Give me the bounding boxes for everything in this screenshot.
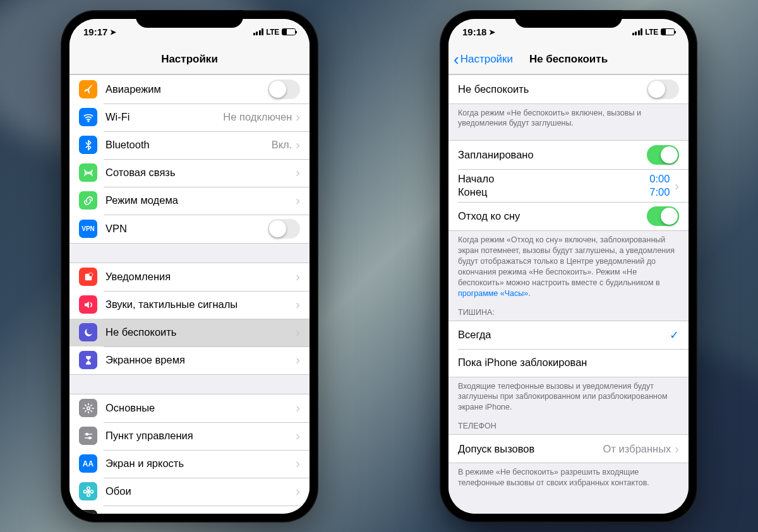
status-time: 19:17 xyxy=(83,27,107,37)
svg-point-10 xyxy=(87,487,90,490)
row-label: Экранное время xyxy=(105,354,296,366)
signal-icon xyxy=(632,28,643,35)
silence-locked-row[interactable]: Пока iPhone заблокирован xyxy=(448,349,689,377)
hourglass-icon xyxy=(79,351,97,369)
battery-icon xyxy=(282,28,296,35)
chevron-right-icon: › xyxy=(296,353,300,367)
settings-row-vpn[interactable]: VPNVPN xyxy=(69,215,310,243)
airplane-switch[interactable] xyxy=(268,80,300,99)
back-button[interactable]: ‹ Настройки xyxy=(454,53,513,66)
status-right: LTE xyxy=(253,28,296,37)
vpn-switch[interactable] xyxy=(268,219,300,239)
svg-point-1 xyxy=(87,172,88,173)
row-label: Обои xyxy=(105,485,296,497)
scheduled-label: Запланировано xyxy=(458,149,647,161)
nav-bar: ‹ Настройки Не беспокоить xyxy=(448,45,689,74)
status-right: LTE xyxy=(632,28,675,37)
settings-row-siri[interactable]: Siri и Поиск› xyxy=(69,505,310,514)
row-label: Авиарежим xyxy=(105,83,268,95)
settings-row-wifi[interactable]: Wi-FiНе подключен› xyxy=(69,103,310,131)
settings-row-link[interactable]: Режим модема› xyxy=(69,187,310,215)
allow-value: От избранных xyxy=(603,443,671,455)
signal-icon xyxy=(253,28,264,35)
chevron-right-icon: › xyxy=(296,193,300,208)
vpn-icon: VPN xyxy=(79,220,97,238)
phone-right: 19:18 ➤ LTE ‹ Настройки Не беспокоить Не… xyxy=(440,10,697,523)
silence-always-row[interactable]: Всегда ✓ xyxy=(448,321,689,349)
start-value: 0:00 xyxy=(649,173,670,185)
scheduled-switch[interactable] xyxy=(647,145,679,165)
settings-row-airplane[interactable]: Авиарежим xyxy=(69,75,310,103)
row-value: Не подключен xyxy=(223,111,292,123)
row-label: Bluetooth xyxy=(105,139,272,151)
row-label: Основные xyxy=(105,402,296,414)
allow-calls-row[interactable]: Допуск вызовов От избранных › xyxy=(448,435,689,463)
settings-row-moon[interactable]: Не беспокоить› xyxy=(69,319,310,346)
chevron-right-icon: › xyxy=(296,429,300,443)
locked-label: Пока iPhone заблокирован xyxy=(458,357,679,369)
settings-row-bluetooth[interactable]: BluetoothВкл.› xyxy=(69,131,310,159)
chevron-right-icon: › xyxy=(296,297,300,312)
row-label: Режим модема xyxy=(105,194,296,206)
chevron-right-icon: › xyxy=(296,269,300,284)
phone-left: 19:17 ➤ LTE Настройки АвиарежимWi-FiНе п… xyxy=(61,10,318,523)
status-left: 19:17 ➤ xyxy=(83,27,116,37)
siri-icon xyxy=(79,510,97,514)
settings-row-textsize[interactable]: AAЭкран и яркость› xyxy=(69,450,310,478)
settings-row-notify[interactable]: Уведомления› xyxy=(69,263,310,291)
settings-row-sound[interactable]: Звуки, тактильные сигналы› xyxy=(69,291,310,319)
row-value: Вкл. xyxy=(272,139,292,151)
dnd-toggle-row[interactable]: Не беспокоить xyxy=(448,75,689,103)
scheduled-row[interactable]: Запланировано xyxy=(448,141,689,169)
nav-bar: Настройки xyxy=(69,45,310,74)
gear-icon xyxy=(79,399,97,417)
bluetooth-icon xyxy=(79,136,97,154)
row-label: Siri и Поиск xyxy=(105,513,296,514)
settings-row-antenna[interactable]: Сотовая связь› xyxy=(69,159,310,187)
notch xyxy=(515,10,622,28)
schedule-time-row[interactable]: Начало0:00 Конец7:00 › xyxy=(448,169,689,202)
row-label: Не беспокоить xyxy=(105,326,296,338)
chevron-right-icon: › xyxy=(296,484,300,499)
dnd-settings[interactable]: Не беспокоить Когда режим «Не беспокоить… xyxy=(448,74,689,514)
silence-footer: Входящие телефонные вызовы и уведомления… xyxy=(448,377,689,413)
always-label: Всегда xyxy=(458,329,670,341)
settings-row-flower[interactable]: Обои› xyxy=(69,478,310,505)
end-label: Конец xyxy=(458,186,488,198)
row-label: Экран и яркость xyxy=(105,458,296,470)
row-label: VPN xyxy=(105,223,268,235)
wifi-icon xyxy=(79,108,97,126)
dnd-switch[interactable] xyxy=(647,80,679,99)
status-left: 19:18 ➤ xyxy=(462,27,495,37)
link-icon xyxy=(79,191,97,210)
textsize-icon: AA xyxy=(79,454,97,473)
nav-title: Настройки xyxy=(161,53,218,66)
svg-point-12 xyxy=(83,490,87,493)
svg-point-13 xyxy=(90,490,93,493)
clock-app-link[interactable]: программе «Часы» xyxy=(458,289,528,298)
chevron-right-icon: › xyxy=(296,401,300,415)
moon-icon xyxy=(79,323,97,341)
svg-point-11 xyxy=(87,494,90,497)
settings-row-sliders[interactable]: Пункт управления› xyxy=(69,422,310,450)
flower-icon xyxy=(79,482,97,500)
settings-list[interactable]: АвиарежимWi-FiНе подключен›BluetoothВкл.… xyxy=(69,74,310,514)
antenna-icon xyxy=(79,163,97,182)
bedtime-row[interactable]: Отход ко сну xyxy=(448,202,689,230)
bedtime-switch[interactable] xyxy=(647,206,679,226)
screen-left: 19:17 ➤ LTE Настройки АвиарежимWi-FiНе п… xyxy=(69,19,310,514)
bedtime-footer: Когда режим «Отход ко сну» включен, забл… xyxy=(448,231,689,299)
airplane-icon xyxy=(79,80,97,98)
dnd-label: Не беспокоить xyxy=(458,83,647,95)
settings-row-hourglass[interactable]: Экранное время› xyxy=(69,346,310,374)
allow-footer: В режиме «Не беспокоить» разрешить входя… xyxy=(448,463,689,488)
checkmark-icon: ✓ xyxy=(670,328,679,342)
phone-header: ТЕЛЕФОН xyxy=(448,413,689,434)
carrier-label: LTE xyxy=(645,28,658,37)
row-label: Сотовая связь xyxy=(105,167,296,179)
start-label: Начало xyxy=(458,173,495,185)
battery-icon xyxy=(661,28,675,35)
row-label: Уведомления xyxy=(105,271,296,283)
settings-row-gear[interactable]: Основные› xyxy=(69,394,310,422)
chevron-right-icon: › xyxy=(296,165,300,180)
